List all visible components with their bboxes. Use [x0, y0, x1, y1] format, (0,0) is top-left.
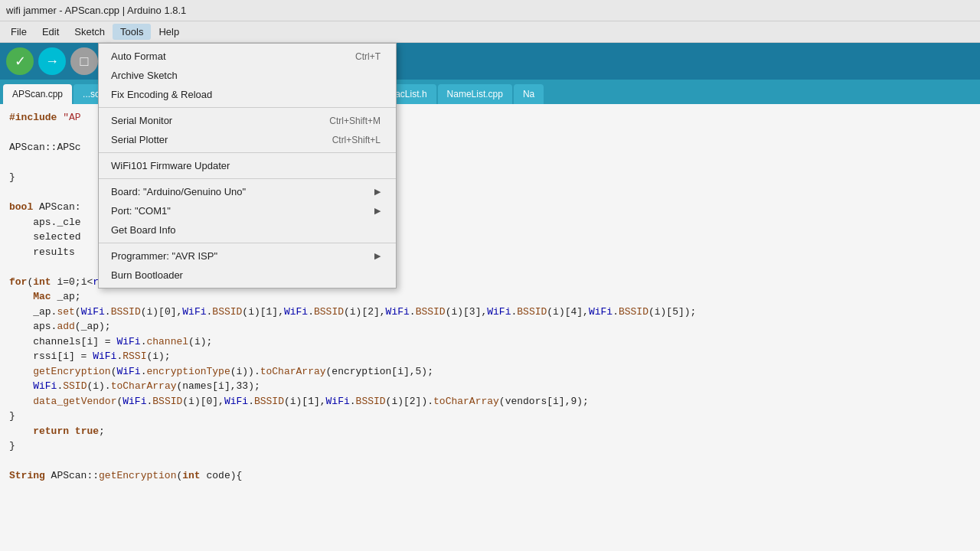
new-button[interactable]: □	[70, 47, 98, 75]
menu-board[interactable]: Board: "Arduino/Genuino Uno" ▶	[99, 182, 396, 201]
menu-serial-monitor[interactable]: Serial Monitor Ctrl+Shift+M	[99, 111, 396, 130]
separator-2	[99, 152, 396, 153]
menu-archive-sketch[interactable]: Archive Sketch	[99, 66, 396, 85]
menu-burn-bootloader[interactable]: Burn Bootloader	[99, 266, 396, 285]
menu-get-board-info[interactable]: Get Board Info	[99, 220, 396, 240]
menu-wifi101[interactable]: WiFi101 Firmware Updater	[99, 156, 396, 175]
menu-edit[interactable]: Edit	[34, 24, 67, 40]
menu-help[interactable]: Help	[151, 24, 187, 40]
menu-programmer[interactable]: Programmer: "AVR ISP" ▶	[99, 246, 396, 266]
upload-button[interactable]: →	[38, 47, 66, 75]
menu-port[interactable]: Port: "COM1" ▶	[99, 201, 396, 220]
tab-na[interactable]: Na	[514, 84, 544, 104]
menu-auto-format[interactable]: Auto Format Ctrl+T	[99, 47, 396, 66]
title-text: wifi jammer - APScan.cpp | Arduino 1.8.1	[6, 5, 186, 16]
menu-file[interactable]: File	[3, 24, 34, 40]
tab-namelist-cpp[interactable]: NameList.cpp	[438, 84, 512, 104]
menu-sketch[interactable]: Sketch	[67, 24, 113, 40]
tab-apscan-cpp[interactable]: APScan.cpp	[3, 84, 72, 104]
verify-button[interactable]: ✓	[6, 47, 34, 75]
tools-dropdown: Auto Format Ctrl+T Archive Sketch Fix En…	[98, 43, 397, 289]
separator-1	[99, 107, 396, 108]
separator-3	[99, 178, 396, 179]
menu-bar: File Edit Sketch Tools Help	[0, 21, 980, 43]
menu-serial-plotter[interactable]: Serial Plotter Ctrl+Shift+L	[99, 130, 396, 149]
menu-tools[interactable]: Tools	[113, 24, 151, 40]
title-bar: wifi jammer - APScan.cpp | Arduino 1.8.1	[0, 0, 980, 21]
menu-fix-encoding[interactable]: Fix Encoding & Reload	[99, 85, 396, 104]
separator-4	[99, 243, 396, 243]
